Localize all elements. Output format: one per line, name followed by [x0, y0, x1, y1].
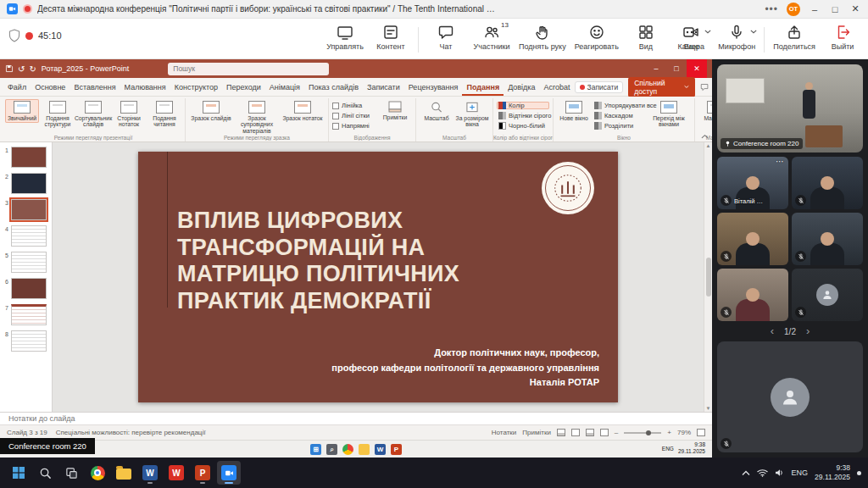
window-close-button[interactable]: ✕ [849, 3, 861, 14]
tab-help[interactable]: Довідка [504, 78, 539, 96]
grayscale-button[interactable]: Відтінки сірого [497, 112, 549, 119]
notes-toggle-button[interactable]: Примітки [378, 99, 412, 122]
tab-acrobat[interactable]: Acrobat [540, 78, 575, 96]
accessibility-status[interactable]: Спеціальні можливості: перевірте рекомен… [56, 429, 206, 436]
tile-menu-icon[interactable]: ⋯ [776, 157, 785, 166]
notes-pane[interactable]: Нотатки до слайда [0, 412, 712, 424]
camera-button[interactable]: Камера [672, 22, 709, 51]
tab-insert[interactable]: Вставлення [70, 78, 120, 96]
tab-record[interactable]: Записати [363, 78, 404, 96]
window-minimize-button[interactable]: – [809, 4, 821, 14]
tab-slideshow[interactable]: Показ слайдів [304, 78, 363, 96]
ppt-close-button[interactable]: ✕ [687, 59, 707, 78]
tab-file[interactable]: Файл [3, 78, 31, 96]
scrollbar-thumb[interactable] [706, 258, 711, 297]
tab-animations[interactable]: Анімація [265, 78, 304, 96]
tab-home[interactable]: Основне [31, 78, 70, 96]
zoom-slider-knob[interactable] [646, 430, 651, 435]
switch-windows-button[interactable]: Перехід між вікнами [647, 99, 691, 130]
microphone-button[interactable]: Микрофон [718, 22, 755, 51]
current-slide[interactable]: ВПЛИВ ЦИФРОВИХ ТРАНСФОРМАЦІЙ НА МАТРИЦЮ … [138, 152, 618, 402]
comments-icon[interactable] [700, 82, 709, 92]
raise-hand-button[interactable]: Поднять руку [519, 22, 566, 51]
slide-scrollbar[interactable]: ▲ ▼ [704, 142, 712, 412]
zoom-slider[interactable] [624, 432, 661, 434]
slide-master-button[interactable]: Зразок слайдів [189, 99, 233, 123]
slide-thumbnail-1[interactable]: 1 [3, 147, 50, 168]
zoom-percent[interactable]: 79% [677, 429, 691, 436]
camera-chevron-icon[interactable] [704, 30, 711, 34]
notes-master-button[interactable]: Зразок нотаток [281, 99, 325, 123]
conference-app-icon[interactable] [217, 461, 241, 485]
pager-next-icon[interactable]: › [806, 327, 810, 336]
zoom-out-button[interactable]: – [615, 429, 618, 436]
search-button[interactable] [33, 461, 57, 485]
main-video-tile[interactable]: Conference room 220 [717, 64, 863, 152]
wifi-icon[interactable] [757, 469, 768, 477]
powerpoint-search-input[interactable] [168, 63, 329, 75]
file-explorer-icon[interactable] [112, 461, 136, 485]
redo-icon[interactable]: ↻ [29, 64, 36, 74]
notes-toggle[interactable]: Нотатки [492, 429, 517, 436]
slide-thumbnail-6[interactable]: 6 [3, 278, 50, 299]
chat-button[interactable]: Чат [427, 22, 465, 51]
tab-view[interactable]: Подання [462, 78, 504, 96]
slide-sorter-status-icon[interactable] [571, 429, 580, 436]
manage-button[interactable]: Управлять [326, 22, 364, 51]
participant-tile[interactable] [717, 213, 788, 265]
taskbar-clock[interactable]: 9:38 29.11.2025 [815, 463, 850, 481]
react-button[interactable]: Реагировать [575, 22, 619, 51]
participant-tile-large[interactable] [717, 341, 863, 452]
tab-review[interactable]: Рецензування [404, 78, 463, 96]
color-button[interactable]: Колір [497, 102, 549, 109]
chrome-icon[interactable] [86, 461, 109, 485]
new-window-button[interactable]: Нове вікно [557, 99, 591, 123]
slide-thumbnail-8[interactable]: 8 [3, 330, 50, 352]
outline-view-button[interactable]: Подання структури [41, 99, 75, 130]
reading-view-status-icon[interactable] [586, 429, 594, 436]
scroll-up-icon[interactable]: ▲ [706, 143, 711, 148]
handout-master-button[interactable]: Зразок супровідних матеріалів [235, 99, 279, 136]
macros-button[interactable]: Макроси [698, 99, 712, 123]
participant-tile[interactable] [792, 213, 863, 265]
start-button[interactable] [7, 461, 31, 485]
share-screen-button[interactable]: Поделиться [773, 22, 815, 51]
red-app-icon[interactable]: W [164, 461, 188, 485]
participant-tile[interactable]: ⋯ Віталій … [717, 157, 788, 209]
participant-tile[interactable] [717, 269, 788, 321]
comments-toggle[interactable]: Примітки [522, 429, 551, 436]
record-button[interactable]: Записати [575, 81, 624, 93]
slide-thumbnail-7[interactable]: 7 [3, 304, 50, 325]
tray-chevron-icon[interactable] [742, 470, 750, 476]
share-access-button[interactable]: Спільний доступ [628, 77, 695, 97]
leave-button[interactable]: Выйти [824, 22, 861, 51]
view-button[interactable]: Вид [627, 22, 665, 51]
gridlines-checkbox[interactable]: Лінії сітки [332, 112, 376, 119]
arrange-all-button[interactable]: Упорядкувати все [593, 102, 645, 109]
powerpoint-icon[interactable]: P [191, 461, 214, 485]
fit-slide-icon[interactable] [697, 429, 705, 436]
notification-icon[interactable] [857, 471, 861, 475]
window-more-icon[interactable]: ••• [765, 3, 778, 15]
scroll-down-icon[interactable]: ▼ [706, 406, 711, 411]
split-button[interactable]: Розділити [593, 122, 645, 130]
content-button[interactable]: Контент [372, 22, 409, 51]
tab-design[interactable]: Конструктор [170, 78, 222, 96]
slide-sorter-button[interactable]: Сортувальник слайдів [76, 99, 110, 130]
volume-icon[interactable] [775, 469, 785, 477]
pager-prev-icon[interactable]: ‹ [771, 327, 774, 336]
slide-thumbnail-3[interactable]: 3 [3, 199, 50, 220]
zoom-in-button[interactable]: + [667, 429, 671, 436]
participants-button[interactable]: 13 Участники [473, 22, 510, 51]
undo-icon[interactable]: ↺ [18, 64, 25, 74]
microphone-chevron-icon[interactable] [750, 30, 757, 34]
participant-tile[interactable] [792, 157, 863, 209]
task-view-button[interactable] [59, 461, 83, 485]
normal-view-button[interactable]: Звичайний [5, 99, 39, 123]
slideshow-status-icon[interactable] [600, 429, 609, 436]
tab-transitions[interactable]: Переходи [222, 78, 265, 96]
participant-tile[interactable] [792, 269, 863, 321]
ppt-minimize-button[interactable]: – [646, 59, 666, 78]
save-icon[interactable] [5, 64, 14, 73]
window-maximize-button[interactable]: □ [829, 4, 841, 14]
